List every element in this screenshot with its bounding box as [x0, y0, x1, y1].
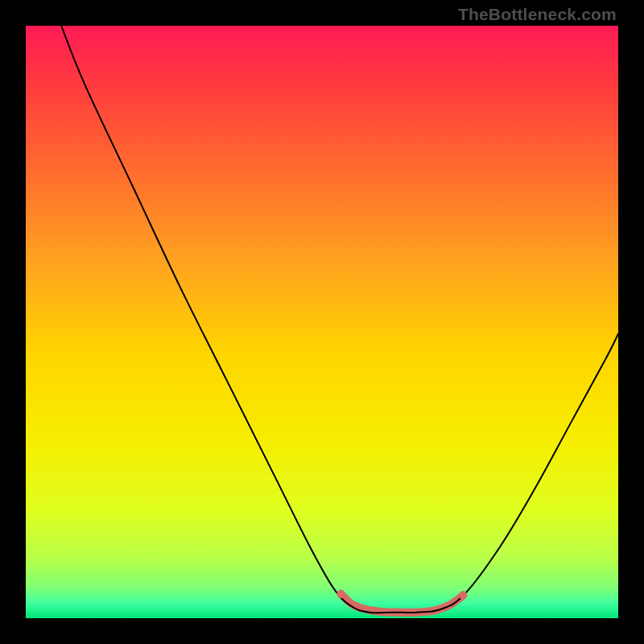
chart-svg: [26, 26, 618, 618]
watermark-text: TheBottleneck.com: [458, 5, 617, 24]
highlight-dot: [336, 590, 345, 598]
gradient-background: [26, 26, 618, 618]
chart-frame: [26, 26, 618, 618]
highlight-dot: [459, 591, 467, 599]
